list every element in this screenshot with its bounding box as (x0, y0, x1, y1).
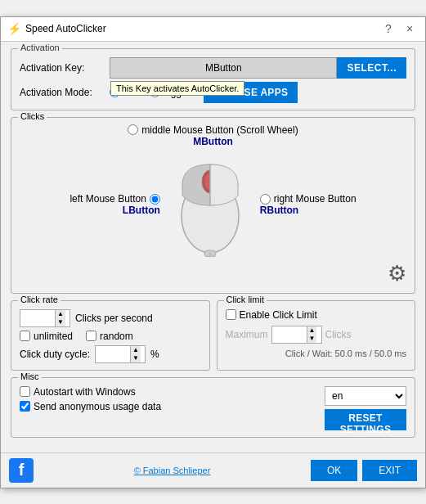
activation-section: Activation Activation Key: MButton This … (11, 48, 415, 110)
activation-mode-label: Activation Mode: (20, 87, 110, 98)
activation-key-row: Activation Key: MButton This Key activat… (20, 57, 406, 79)
exit-button[interactable]: EXIT (362, 460, 417, 481)
max-spinner-buttons: ▲ ▼ (307, 326, 317, 343)
random-checkbox[interactable] (86, 331, 96, 341)
enable-limit-checkbox[interactable] (226, 309, 236, 320)
mouse-diagram (173, 151, 247, 259)
middle-mouse-area: middle Mouse Button (Scroll Wheel) MButt… (20, 124, 406, 147)
language-select[interactable]: en (325, 386, 406, 406)
misc-left: Autostart with Windows Send anonymous us… (20, 386, 316, 412)
autostart-checkbox[interactable] (20, 386, 30, 397)
facebook-button[interactable]: f (9, 458, 34, 483)
rate-input[interactable]: 10.00 (20, 312, 55, 325)
click-limit-label: Click limit (224, 295, 267, 304)
app-icon: ⚡ (7, 22, 20, 35)
anon-data-label: Send anonymous usage data (34, 401, 161, 412)
reset-settings-button[interactable]: RESET SETTINGS (325, 409, 406, 430)
duty-increment-button[interactable]: ▲ (131, 346, 141, 354)
anon-data-checkbox[interactable] (20, 401, 30, 412)
duty-cycle-label: Click duty cycle: (20, 349, 90, 360)
duty-unit: % (150, 349, 159, 360)
choose-apps-button[interactable]: CHOOSE APPS (204, 82, 298, 103)
rate-row1: 10.00 ▲ ▼ Clicks per second (20, 309, 201, 327)
window-title: Speed AutoClicker (25, 23, 379, 34)
key-btn-group: MButton This Key activates AutoClicker. … (110, 57, 406, 79)
main-window: ⚡ Speed AutoClicker ? × Activation Activ… (0, 16, 426, 488)
left-button-label: left Mouse Button (70, 193, 146, 205)
rate-spinner[interactable]: 10.00 ▲ ▼ (20, 309, 70, 327)
right-button-name: RButton (260, 205, 356, 216)
title-bar: ⚡ Speed AutoClicker ? × (1, 17, 425, 42)
maximum-label: Maximum (226, 329, 268, 340)
hold-label: hold (123, 87, 141, 98)
help-button[interactable]: ? (379, 20, 397, 38)
activation-key-display: MButton This Key activates AutoClicker. (110, 57, 337, 79)
activation-mode-row: Activation Mode: hold toggle CHOOSE APPS (20, 82, 406, 103)
close-button[interactable]: × (401, 20, 419, 38)
random-label: random (100, 331, 133, 342)
autostart-label: Autostart with Windows (34, 386, 136, 398)
right-button-area: right Mouse Button RButton (260, 193, 356, 216)
clicks-section: Clicks middle Mouse Button (Scroll Wheel… (11, 117, 415, 294)
main-content: Activation Activation Key: MButton This … (1, 42, 425, 452)
rate-unit: Clicks per second (75, 313, 153, 324)
rate-spinner-buttons: ▲ ▼ (55, 310, 65, 326)
activation-section-label: Activation (18, 43, 62, 52)
middle-button-name: MButton (20, 136, 406, 147)
hold-radio-item: hold (110, 87, 141, 98)
toggle-radio-item: toggle (150, 87, 190, 98)
rate-row2: unlimited random (20, 331, 201, 342)
misc-right: en RESET SETTINGS (325, 386, 406, 430)
duty-decrement-button[interactable]: ▼ (131, 354, 141, 362)
max-clicks-row: Maximum 0 ▲ ▼ Clicks (226, 326, 407, 344)
left-button-radio[interactable] (150, 194, 160, 205)
duty-input[interactable]: 50.00 (96, 348, 130, 361)
rate-row3: Click duty cycle: 50.00 ▲ ▼ % (20, 345, 201, 363)
click-limit-section: Click limit Enable Click Limit Maximum 0… (217, 300, 416, 371)
duty-spinner-buttons: ▲ ▼ (130, 346, 141, 362)
ok-button[interactable]: OK (311, 460, 357, 481)
random-checkbox-item: random (86, 331, 133, 342)
clicks-section-label: Clicks (18, 111, 47, 121)
right-button-label: right Mouse Button (274, 193, 356, 205)
settings-gear-icon[interactable]: ⚙ (388, 261, 406, 286)
activation-key-label: Activation Key: (20, 62, 110, 74)
unlimited-label: unlimited (34, 331, 73, 342)
right-button-radio[interactable] (260, 194, 271, 205)
unlimited-checkbox-item: unlimited (20, 331, 73, 342)
rate-decrement-button[interactable]: ▼ (56, 318, 65, 326)
max-increment-button[interactable]: ▲ (307, 326, 317, 335)
duty-spinner[interactable]: 50.00 ▲ ▼ (95, 345, 146, 363)
gear-area: ⚙ (20, 261, 406, 286)
select-button[interactable]: SELECT... (337, 57, 406, 79)
autostart-item: Autostart with Windows (20, 386, 316, 398)
toggle-label: toggle (163, 87, 190, 98)
hold-radio[interactable] (110, 87, 120, 97)
click-rate-label: Click rate (18, 295, 61, 304)
window-controls: ? × (379, 20, 419, 38)
left-button-name: LButton (70, 205, 159, 216)
rate-increment-button[interactable]: ▲ (56, 310, 65, 318)
middle-button-radio[interactable] (128, 124, 138, 135)
misc-section-label: Misc (18, 371, 42, 381)
copyright-link[interactable]: © Fabian Schlieper (38, 466, 306, 475)
bottom-bar: f © Fabian Schlieper OK EXIT (1, 452, 425, 488)
activation-mode-group: hold toggle CHOOSE APPS (110, 82, 406, 103)
misc-section: Misc Autostart with Windows Send anonymo… (11, 377, 415, 438)
enable-limit-label: Enable Click Limit (240, 309, 317, 321)
click-rate-section: Click rate 10.00 ▲ ▼ Clicks per second (11, 300, 210, 371)
anon-data-item: Send anonymous usage data (20, 401, 316, 412)
max-unit: Clicks (325, 329, 352, 340)
middle-button-label: middle Mouse Button (Scroll Wheel) (141, 124, 298, 136)
left-button-area: left Mouse Button LButton (70, 193, 159, 216)
toggle-radio[interactable] (150, 87, 160, 97)
click-wait-text: Click / Wait: 50.0 ms / 50.0 ms (226, 349, 407, 358)
max-decrement-button[interactable]: ▼ (307, 335, 317, 343)
lower-row: Click rate 10.00 ▲ ▼ Clicks per second (11, 300, 415, 371)
max-input[interactable]: 0 (272, 328, 307, 341)
enable-limit-row: Enable Click Limit (226, 309, 407, 321)
max-spinner[interactable]: 0 ▲ ▼ (271, 326, 322, 344)
enable-limit-checkbox-item: Enable Click Limit (226, 309, 407, 321)
unlimited-checkbox[interactable] (20, 331, 30, 341)
